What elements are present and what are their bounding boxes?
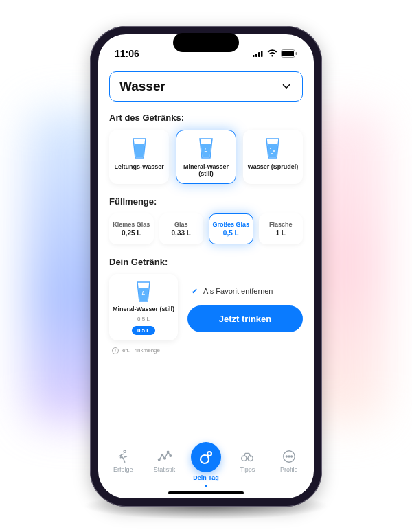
size-name: Großes Glas — [211, 221, 251, 228]
size-volume: 0,33 L — [161, 229, 202, 237]
size-name: Kleines Glas — [111, 221, 152, 228]
glass-icon — [264, 137, 281, 159]
tab-label: Tipps — [240, 466, 255, 473]
size-card-small[interactable]: Kleines Glas 0,25 L — [109, 213, 154, 244]
svg-rect-5 — [282, 51, 294, 56]
tab-dein-tag[interactable]: Dein Tag — [185, 449, 227, 487]
type-label: Mineral-Wasser (still) — [179, 163, 232, 178]
chevron-down-icon — [280, 80, 293, 93]
summary-pill: 0,5 L — [132, 326, 155, 335]
status-indicators — [253, 49, 297, 58]
svg-point-10 — [271, 153, 273, 154]
favorite-label: Als Favorit entfernen — [203, 287, 273, 295]
tab-label: Erfolge — [113, 466, 133, 473]
glass-icon — [131, 137, 148, 159]
screen: 11:06 Wasser Art des Getränks: Leitungs-… — [98, 34, 314, 498]
tab-label: Dein Tag — [193, 474, 218, 481]
summary-row: L Mineral-Wasser (still) 0,5 L 0,5 L ✓ A… — [109, 274, 303, 340]
tab-statistik[interactable]: Statistik — [144, 449, 185, 473]
battery-icon — [281, 49, 297, 58]
dropdown-label: Wasser — [119, 79, 165, 94]
footnote-text: eff. Trinkmenge — [122, 347, 160, 354]
svg-rect-1 — [255, 54, 258, 57]
drink-category-dropdown[interactable]: Wasser — [109, 71, 303, 102]
svg-point-15 — [163, 457, 165, 459]
size-name: Flasche — [261, 221, 301, 228]
svg-point-16 — [167, 451, 169, 453]
type-card-tap-water[interactable]: Leitungs-Wasser — [109, 130, 169, 185]
tab-label: Statistik — [154, 466, 176, 473]
size-card-bottle[interactable]: Flasche 1 L — [259, 213, 304, 244]
binoculars-icon — [240, 449, 255, 464]
check-icon: ✓ — [192, 287, 198, 296]
wifi-icon — [267, 49, 277, 57]
phone-frame: 11:06 Wasser Art des Getränks: Leitungs-… — [90, 26, 322, 507]
svg-text:L: L — [141, 290, 145, 297]
active-dot-icon — [205, 485, 207, 487]
signal-icon — [253, 50, 264, 57]
size-volume: 0,25 L — [111, 229, 152, 237]
center-action-button[interactable] — [191, 442, 221, 472]
type-label: Wasser (Sprudel) — [247, 163, 298, 171]
svg-point-23 — [286, 456, 287, 457]
drink-type-row: Leitungs-Wasser L Mineral-Wasser (still)… — [109, 130, 303, 185]
svg-point-13 — [158, 459, 160, 461]
section-title-size: Füllmenge: — [109, 196, 303, 207]
section-title-summary: Dein Getränk: — [109, 257, 303, 267]
summary-card: L Mineral-Wasser (still) 0,5 L 0,5 L — [109, 274, 178, 340]
summary-volume: 0,5 L — [137, 316, 150, 322]
type-label: Leitungs-Wasser — [115, 163, 164, 171]
tab-profile[interactable]: Profile — [268, 449, 310, 473]
tab-bar: Erfolge Statistik Dein Tag Tipps — [98, 443, 314, 498]
type-card-sparkling[interactable]: Wasser (Sprudel) — [243, 130, 303, 185]
status-time: 11:06 — [115, 48, 139, 59]
svg-point-19 — [207, 452, 211, 456]
svg-point-9 — [273, 150, 275, 152]
info-icon: i — [112, 347, 119, 354]
home-indicator — [168, 491, 244, 494]
favorite-toggle[interactable]: ✓ Als Favorit entfernen — [187, 287, 303, 296]
svg-point-8 — [270, 148, 271, 149]
size-row: Kleines Glas 0,25 L Glas 0,33 L Großes G… — [109, 213, 303, 244]
tab-label: Profile — [280, 466, 298, 473]
svg-point-17 — [170, 454, 172, 456]
tab-erfolge[interactable]: Erfolge — [102, 449, 144, 473]
svg-rect-3 — [261, 51, 263, 57]
svg-point-12 — [124, 450, 126, 452]
svg-point-14 — [161, 454, 163, 456]
size-volume: 1 L — [261, 229, 301, 237]
summary-name: Mineral-Wasser (still) — [113, 305, 174, 312]
glass-icon: L — [135, 281, 152, 303]
type-card-mineral-still[interactable]: L Mineral-Wasser (still) — [176, 130, 236, 185]
size-card-glass[interactable]: Glas 0,33 L — [159, 213, 204, 244]
more-icon — [282, 449, 297, 464]
svg-point-18 — [201, 455, 209, 463]
size-volume: 0,5 L — [211, 229, 251, 237]
svg-rect-6 — [296, 52, 297, 55]
drink-now-button[interactable]: Jetzt trinken — [187, 305, 303, 332]
svg-rect-0 — [253, 55, 255, 57]
runner-icon — [115, 449, 130, 464]
section-title-type: Art des Getränks: — [109, 113, 303, 123]
svg-rect-2 — [258, 52, 260, 57]
bubbles-icon — [198, 449, 214, 465]
footnote: i eff. Trinkmenge — [112, 347, 303, 354]
svg-point-24 — [288, 456, 290, 457]
size-card-large[interactable]: Großes Glas 0,5 L — [209, 213, 253, 244]
size-name: Glas — [161, 221, 202, 228]
svg-text:L: L — [204, 146, 207, 153]
tab-tipps[interactable]: Tipps — [227, 449, 268, 473]
svg-point-25 — [291, 456, 293, 457]
dynamic-island — [173, 33, 239, 52]
stats-icon — [157, 449, 172, 464]
glass-icon: L — [198, 137, 214, 159]
